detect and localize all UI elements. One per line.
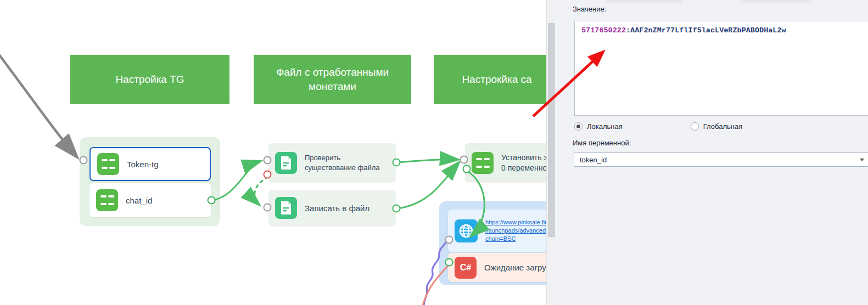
grid-icon (96, 189, 118, 211)
node-label: Token-tg (127, 160, 159, 169)
header-block-label: Настройка TG (115, 72, 184, 87)
node-write-to-file[interactable]: Записать в файл (268, 190, 396, 226)
node-label: chat_id (126, 196, 152, 205)
properties-panel: Значение: 5717650222:AAF2nZMr77LflIf5lac… (556, 0, 868, 305)
csharp-icon: C# (455, 257, 477, 279)
node-chat-id[interactable]: chat_id (89, 183, 211, 217)
connector-check-to-set (397, 159, 458, 162)
node-label: Ожидание загруз (484, 263, 546, 272)
header-block-tg-settings[interactable]: Настройка TG (70, 55, 229, 104)
radio-global-label: Глобальная (703, 122, 742, 131)
chevron-down-icon (860, 159, 864, 161)
value-label: Значение: (573, 5, 606, 13)
radio-local-label: Локальная (587, 122, 623, 131)
node-set-variable-value[interactable]: Установить знач 0 переменной (465, 143, 546, 182)
connector-incoming-gray (0, 52, 77, 157)
header-block-site-settings[interactable]: Настрокйка са (434, 55, 546, 104)
node-link-label[interactable]: https://www.pinksale.fin /launchpads/adv… (485, 218, 546, 243)
globe-icon (455, 219, 478, 242)
app-window: Настройка TG Файл с отработанными монета… (0, 0, 868, 305)
flow-canvas[interactable]: Настройка TG Файл с отработанными монета… (0, 0, 546, 305)
value-textarea[interactable]: 5717650222:AAF2nZMr77LflIf5lacLVeRZbPABO… (574, 21, 868, 116)
grid-icon (472, 152, 494, 174)
header-block-label: Настрокйка са (462, 72, 531, 87)
bot-key-text: :AAF2nZMr77LflIf5lacLVeRZbPABODHaL2w (626, 26, 786, 35)
variable-name-combobox[interactable]: token_id (574, 152, 868, 167)
variable-name-label: Имя переменной: (573, 139, 631, 147)
radio-local[interactable] (574, 122, 583, 131)
node-label: Проверить существование файла (305, 153, 380, 172)
header-block-coins-file[interactable]: Файл с отработанными монетами (254, 55, 411, 104)
node-token-tg[interactable]: Token-tg (89, 147, 211, 181)
tab-ghost (606, 0, 682, 3)
scrollbar-thumb[interactable] (548, 23, 555, 237)
node-label: Записать в файл (305, 204, 369, 213)
bot-id-text: 5717650222 (581, 26, 626, 35)
tab-ghost (740, 0, 813, 3)
node-browser-pinksale[interactable]: https://www.pinksale.fin /launchpads/adv… (448, 210, 546, 252)
file-icon (275, 197, 297, 219)
node-csharp-wait[interactable]: C# Ожидание загруз (448, 253, 546, 282)
vertical-scrollbar[interactable] (546, 0, 556, 305)
connector-error-to-write (255, 177, 268, 205)
radio-selected-dot (576, 125, 580, 128)
file-icon (275, 152, 297, 174)
radio-global[interactable] (691, 122, 699, 131)
variable-name-value: token_id (580, 156, 607, 164)
node-label: Установить знач 0 переменной (501, 152, 546, 173)
grid-icon (97, 153, 119, 175)
header-block-label: Файл с отработанными монетами (264, 65, 401, 93)
node-check-file-exists[interactable]: Проверить существование файла (268, 143, 396, 182)
